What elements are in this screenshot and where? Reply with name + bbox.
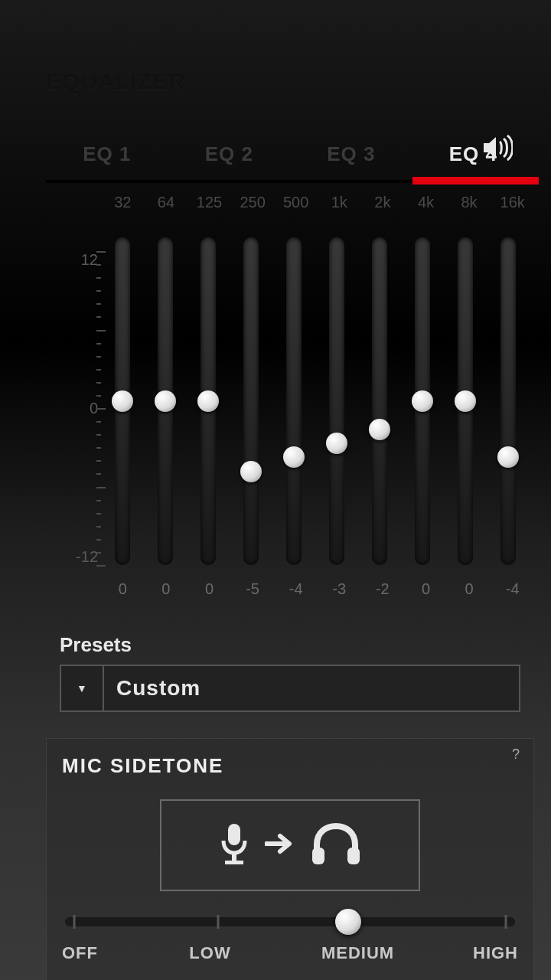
eq-band-value: -4 xyxy=(491,580,534,598)
eq-band-slider[interactable] xyxy=(230,233,272,570)
eq-band-thumb[interactable] xyxy=(412,390,433,412)
eq-band-value: 0 xyxy=(101,580,145,598)
eq-band-thumb[interactable] xyxy=(197,390,219,412)
sidetone-level: HIGH xyxy=(404,943,518,963)
eq-band-slider[interactable] xyxy=(187,233,230,570)
eq-band-slider[interactable] xyxy=(144,233,187,570)
freq-label: 500 xyxy=(274,194,318,211)
eq-value-labels: 000-5-4-3-200-4 xyxy=(46,580,534,598)
help-icon[interactable]: ? xyxy=(507,746,524,763)
freq-label: 16k xyxy=(491,194,534,211)
sidetone-slider[interactable] xyxy=(65,906,515,937)
freq-label: 2k xyxy=(361,194,405,211)
axis-max: 12 xyxy=(81,250,98,268)
eq-band-thumb[interactable] xyxy=(326,433,347,454)
eq-band-value: -4 xyxy=(274,580,318,598)
eq-band-thumb[interactable] xyxy=(369,419,390,440)
preset-selected: Custom xyxy=(104,666,519,710)
eq-band-thumb[interactable] xyxy=(240,461,262,482)
freq-label: 250 xyxy=(231,194,275,211)
freq-label: 8k xyxy=(448,194,491,211)
eq-band-value: -2 xyxy=(361,580,405,598)
presets-section: Presets ▼ Custom xyxy=(46,633,534,712)
freq-label: 32 xyxy=(101,194,145,211)
eq-band-slider[interactable] xyxy=(358,233,401,570)
sidetone-thumb[interactable] xyxy=(335,909,361,935)
eq-band-value: 0 xyxy=(404,580,448,598)
eq-band-thumb[interactable] xyxy=(155,390,176,412)
headphones-icon xyxy=(309,822,363,869)
svg-rect-4 xyxy=(347,848,360,864)
freq-label: 1k xyxy=(318,194,361,211)
sidetone-level: MEDIUM xyxy=(301,943,415,963)
eq-band-value: -3 xyxy=(318,580,361,598)
arrow-right-icon xyxy=(265,833,295,858)
chevron-down-icon[interactable]: ▼ xyxy=(61,666,104,710)
sidetone-graphic xyxy=(160,799,420,891)
sidetone-level-labels: OFF LOW MEDIUM HIGH xyxy=(62,943,518,963)
svg-rect-2 xyxy=(225,861,243,864)
eq-axis: 12 0 -12 xyxy=(52,247,98,570)
eq-band-thumb[interactable] xyxy=(497,446,519,468)
svg-rect-1 xyxy=(232,853,236,861)
axis-min: -12 xyxy=(76,548,98,566)
eq-band-thumb[interactable] xyxy=(112,390,133,412)
mic-sidetone-title: MIC SIDETONE xyxy=(62,754,518,778)
page-title: EQUALIZER xyxy=(46,69,534,95)
eq-band-thumb[interactable] xyxy=(455,390,476,412)
eq-band-value: -5 xyxy=(231,580,275,598)
preset-dropdown[interactable]: ▼ Custom xyxy=(60,665,520,712)
tab-eq1[interactable]: EQ 1 xyxy=(46,132,168,180)
freq-label: 64 xyxy=(145,194,188,211)
freq-label: 125 xyxy=(187,194,231,211)
svg-rect-3 xyxy=(312,848,324,864)
sidetone-level: LOW xyxy=(153,943,267,963)
svg-rect-0 xyxy=(228,824,240,845)
eq-band-slider[interactable] xyxy=(272,233,315,570)
eq-band-slider[interactable] xyxy=(401,233,444,570)
eq-band-value: 0 xyxy=(187,580,231,598)
freq-label: 4k xyxy=(404,194,448,211)
eq-band-value: 0 xyxy=(145,580,188,598)
eq-band-slider[interactable] xyxy=(315,233,358,570)
tab-eq2[interactable]: EQ 2 xyxy=(168,132,291,180)
eq-tabs: EQ 1 EQ 2 EQ 3 EQ 4 xyxy=(46,132,534,183)
eq-band-slider[interactable] xyxy=(101,233,144,570)
tab-eq3[interactable]: EQ 3 xyxy=(290,132,412,180)
eq-band-value: 0 xyxy=(448,580,491,598)
mic-sidetone-card: ? MIC SIDETONE OFF LOW MEDIUM HIGH xyxy=(46,738,534,980)
eq-band-slider[interactable] xyxy=(444,233,487,570)
presets-label: Presets xyxy=(60,633,520,657)
eq-band-slider[interactable] xyxy=(487,233,530,570)
eq-slider-area: 12 0 -12 xyxy=(46,233,534,570)
tab-eq4[interactable]: EQ 4 xyxy=(412,132,535,180)
equalizer-panel: EQUALIZER EQ 1 EQ 2 EQ 3 EQ 4 32 64 125 … xyxy=(46,69,534,980)
eq-frequency-labels: 32 64 125 250 500 1k 2k 4k 8k 16k xyxy=(46,194,534,211)
mic-icon xyxy=(217,822,251,868)
eq-band-thumb[interactable] xyxy=(283,446,305,468)
